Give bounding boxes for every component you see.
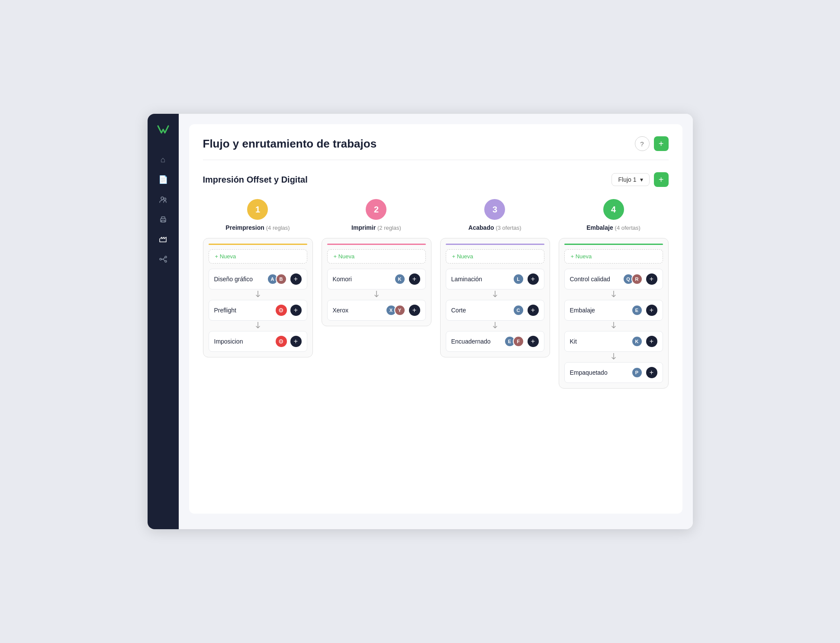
column-title-2: Imprimir (2 reglas) bbox=[351, 224, 401, 231]
task-card: KitK+ bbox=[564, 331, 663, 352]
card-wrapper: Diseño gráficoAB+ bbox=[209, 269, 307, 289]
accent-line-4 bbox=[564, 244, 663, 245]
task-card-actions: QR+ bbox=[623, 273, 657, 285]
card-wrapper: EncuadernadoEF+ bbox=[446, 331, 544, 352]
column-2: 2 Imprimir (2 reglas) + NuevaKomoriK+Xer… bbox=[322, 199, 431, 389]
task-card: LaminaciónL+ bbox=[446, 269, 544, 289]
sidebar-item-home[interactable]: ⌂ bbox=[154, 151, 172, 168]
avatar: E bbox=[631, 305, 643, 316]
task-card-name: Corte bbox=[451, 307, 466, 314]
task-card: XeroxXY+ bbox=[327, 300, 426, 321]
svg-point-0 bbox=[161, 197, 164, 199]
avatar-group: C bbox=[513, 305, 524, 316]
add-to-card-button[interactable]: + bbox=[528, 273, 539, 285]
help-button[interactable]: ? bbox=[635, 136, 650, 151]
accent-line-3 bbox=[446, 244, 544, 245]
sidebar-item-documents[interactable]: 📄 bbox=[154, 171, 172, 188]
gear-icon: ⚙ bbox=[276, 305, 287, 316]
task-card-name: Preflight bbox=[214, 307, 236, 314]
card-container-3: + NuevaLaminaciónL+CorteC+EncuadernadoEF… bbox=[440, 238, 550, 357]
avatar-group: K bbox=[631, 336, 643, 347]
page-wrapper: Flujo y enrutamiento de trabajos ? + Imp… bbox=[189, 124, 682, 514]
new-task-button-2[interactable]: + Nueva bbox=[327, 249, 426, 264]
card-arrow bbox=[564, 321, 663, 331]
avatar-group: E bbox=[631, 305, 643, 316]
add-to-card-button[interactable]: + bbox=[528, 305, 539, 316]
flow-select[interactable]: Flujo 1 ▾ bbox=[611, 173, 649, 186]
add-to-card-button[interactable]: + bbox=[646, 273, 657, 285]
header-actions: ? + bbox=[635, 136, 669, 151]
sidebar-item-printer[interactable] bbox=[154, 211, 172, 228]
card-wrapper: LaminaciónL+ bbox=[446, 269, 544, 289]
avatar: L bbox=[513, 273, 524, 285]
avatar-group: AB bbox=[267, 273, 287, 285]
task-card-name: Laminación bbox=[451, 276, 483, 283]
gear-icon: ⚙ bbox=[276, 336, 287, 347]
add-flow-button[interactable]: + bbox=[654, 136, 669, 151]
add-flow-button-section[interactable]: + bbox=[654, 172, 669, 187]
task-card-name: Imposicion bbox=[214, 338, 243, 345]
task-card-actions: E+ bbox=[631, 305, 657, 316]
new-task-button-1[interactable]: + Nueva bbox=[209, 249, 307, 264]
add-to-card-button[interactable]: + bbox=[290, 273, 302, 285]
sidebar: ⌂ 📄 bbox=[148, 114, 179, 529]
column-header-4: 4 Embalaje (4 ofertas) bbox=[586, 199, 640, 231]
card-container-2: + NuevaKomoriK+XeroxXY+ bbox=[322, 238, 431, 326]
logo bbox=[156, 122, 170, 138]
section-header: Impresión Offset y Digital Flujo 1 ▾ + bbox=[203, 172, 669, 187]
add-to-card-button[interactable]: + bbox=[290, 305, 302, 316]
add-to-card-button[interactable]: + bbox=[409, 273, 420, 285]
new-task-button-3[interactable]: + Nueva bbox=[446, 249, 544, 264]
task-card-name: Encuadernado bbox=[451, 338, 491, 345]
add-to-card-button[interactable]: + bbox=[290, 336, 302, 347]
main-content: Flujo y enrutamiento de trabajos ? + Imp… bbox=[179, 114, 693, 529]
add-to-card-button[interactable]: + bbox=[646, 336, 657, 347]
task-card: Control calidadQR+ bbox=[564, 269, 663, 289]
task-card: Diseño gráficoAB+ bbox=[209, 269, 307, 289]
card-arrow bbox=[327, 289, 426, 300]
task-card-actions: P+ bbox=[631, 367, 657, 378]
card-container-1: + NuevaDiseño gráficoAB+Preflight⚙+Impos… bbox=[203, 238, 313, 357]
section-controls: Flujo 1 ▾ + bbox=[611, 172, 668, 187]
task-card-actions: AB+ bbox=[267, 273, 302, 285]
card-container-4: + NuevaControl calidadQR+EmbalajeE+KitK+… bbox=[559, 238, 669, 389]
avatar: P bbox=[631, 367, 643, 378]
task-card-actions: L+ bbox=[513, 273, 539, 285]
card-wrapper: XeroxXY+ bbox=[327, 300, 426, 321]
avatar: Y bbox=[394, 305, 406, 316]
task-card-actions: K+ bbox=[394, 273, 420, 285]
column-header-2: 2 Imprimir (2 reglas) bbox=[351, 199, 401, 231]
add-to-card-button[interactable]: + bbox=[646, 305, 657, 316]
add-to-card-button[interactable]: + bbox=[528, 336, 539, 347]
task-card-name: Kit bbox=[570, 338, 577, 345]
task-card-actions: XY+ bbox=[386, 305, 420, 316]
avatar-group: XY bbox=[386, 305, 406, 316]
section-title: Impresión Offset y Digital bbox=[203, 175, 308, 185]
avatar-group: EF bbox=[504, 336, 524, 347]
card-wrapper: CorteC+ bbox=[446, 300, 544, 321]
column-subtitle-3: (3 ofertas) bbox=[496, 225, 521, 231]
sidebar-item-factory[interactable] bbox=[154, 231, 172, 248]
add-to-card-button[interactable]: + bbox=[646, 367, 657, 378]
page-title: Flujo y enrutamiento de trabajos bbox=[203, 137, 377, 151]
card-arrow bbox=[209, 321, 307, 331]
task-card-name: Diseño gráfico bbox=[214, 276, 253, 283]
avatar-group: P bbox=[631, 367, 643, 378]
sidebar-item-connections[interactable] bbox=[154, 251, 172, 268]
task-card-actions: C+ bbox=[513, 305, 539, 316]
task-card-name: Komori bbox=[333, 276, 352, 283]
card-wrapper: KitK+ bbox=[564, 331, 663, 352]
column-header-3: 3 Acabado (3 ofertas) bbox=[468, 199, 521, 231]
new-task-button-4[interactable]: + Nueva bbox=[564, 249, 663, 264]
task-card-actions: ⚙+ bbox=[276, 305, 302, 316]
task-card-actions: K+ bbox=[631, 336, 657, 347]
avatar: B bbox=[276, 273, 287, 285]
svg-point-1 bbox=[164, 198, 166, 200]
card-arrow bbox=[564, 289, 663, 300]
column-subtitle-4: (4 ofertas) bbox=[615, 225, 640, 231]
add-to-card-button[interactable]: + bbox=[409, 305, 420, 316]
card-wrapper: KomoriK+ bbox=[327, 269, 426, 289]
task-card-actions: ⚙+ bbox=[276, 336, 302, 347]
column-3: 3 Acabado (3 ofertas) + NuevaLaminaciónL… bbox=[440, 199, 550, 389]
sidebar-item-users[interactable] bbox=[154, 191, 172, 208]
